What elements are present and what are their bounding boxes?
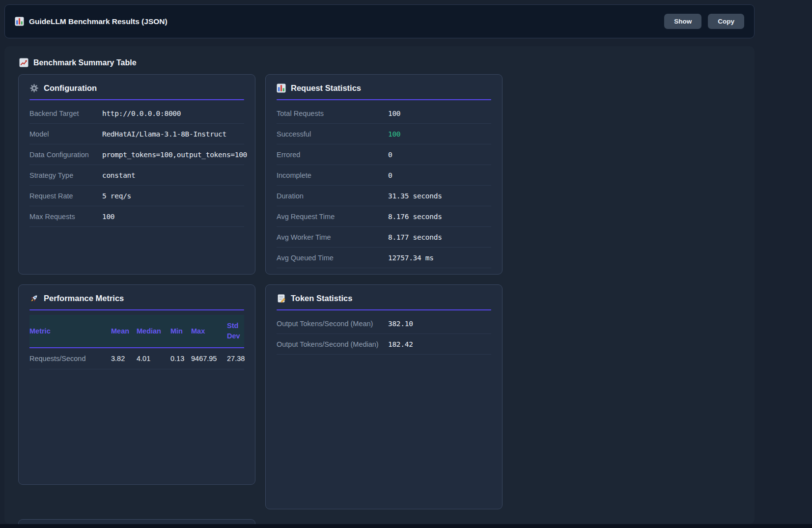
row-value: 100 [388,110,491,117]
column-header-median: Median [137,320,170,342]
table-row-requests-per-second: Requests/Second 3.82 4.01 0.13 9467.95 2… [29,348,244,369]
bar-chart-icon [15,17,24,26]
row-value: prompt_tokens=100,output_tokens=100 [102,151,247,159]
performance-metrics-table-header: Metric Mean Median Min Max Std Dev [29,315,244,348]
token-statistics-rows: Output Tokens/Second (Mean) 382.10 Outpu… [277,313,491,355]
row-label: Total Requests [277,110,388,117]
config-row-request-rate: Request Rate 5 req/s [29,186,244,206]
rocket-icon [29,294,39,303]
row-value: 182.42 [388,340,491,348]
section-heading: Benchmark Summary Table [19,58,745,67]
row-label: Backend Target [29,110,102,117]
row-label: Data Configuration [29,151,102,159]
row-value: 5 req/s [102,192,244,200]
stat-row-avg-worker-time: Avg Worker Time 8.177 seconds [277,227,491,248]
column-header-mean: Mean [111,320,137,342]
row-value: 100 [102,213,244,221]
cell-max: 9467.95 [191,355,227,362]
bar-chart-icon [277,83,286,93]
config-row-backend-target: Backend Target http://0.0.0.0:8000 [29,103,244,124]
stat-row-successful: Successful 100 [277,124,491,144]
config-row-strategy-type: Strategy Type constant [29,165,244,186]
column-header-std-dev: Std Dev [227,315,244,347]
request-statistics-card: Request Statistics Total Requests 100 Su… [265,74,503,275]
page-title-text: GuideLLM Benchmark Results (JSON) [29,17,168,26]
stat-row-total-requests: Total Requests 100 [277,103,491,124]
cell-mean: 3.82 [111,355,137,362]
gear-icon [29,83,39,93]
row-label: Model [29,130,102,138]
row-value: 0 [388,151,491,159]
configuration-card-title-text: Configuration [44,83,97,93]
row-label: Max Requests [29,213,102,221]
row-label: Duration [277,192,388,200]
cards-grid: Configuration Backend Target http://0.0.… [18,74,745,528]
configuration-card: Configuration Backend Target http://0.0.… [18,74,255,275]
token-statistics-card-title: Token Statistics [277,294,491,303]
row-value: http://0.0.0.0:8000 [102,110,244,117]
token-statistics-card: Token Statistics Output Tokens/Second (M… [265,284,503,509]
token-row-output-tokens-mean: Output Tokens/Second (Mean) 382.10 [277,313,491,334]
performance-metrics-card: Performance Metrics Metric Mean Median M… [18,284,255,485]
stat-row-incomplete: Incomplete 0 [277,165,491,186]
section-heading-text: Benchmark Summary Table [33,58,137,67]
configuration-card-title: Configuration [29,83,244,93]
row-value: RedHatAI/Llama-3.1-8B-Instruct [102,130,244,138]
row-value: 31.35 seconds [388,192,491,200]
row-label: Avg Queued Time [277,254,388,262]
column-header-metric: Metric [29,320,111,342]
row-label: Output Tokens/Second (Mean) [277,320,388,328]
row-label: Errored [277,151,388,159]
bottom-edge-strip [0,524,812,528]
row-label: Incomplete [277,171,388,179]
request-statistics-rows: Total Requests 100 Successful 100 Errore… [277,103,491,268]
request-statistics-card-title: Request Statistics [277,83,491,93]
row-label: Request Rate [29,192,102,200]
benchmark-summary-section: Benchmark Summary Table Configuration Ba… [4,46,755,524]
token-statistics-card-title-text: Token Statistics [291,294,352,303]
stat-row-avg-request-time: Avg Request Time 8.176 seconds [277,206,491,227]
row-value: 8.177 seconds [388,233,491,241]
row-label: Output Tokens/Second (Median) [277,340,388,348]
column-header-max: Max [191,320,227,342]
column-header-min: Min [170,320,191,342]
config-row-max-requests: Max Requests 100 [29,206,244,227]
accent-divider [29,309,244,310]
request-statistics-card-title-text: Request Statistics [291,83,361,93]
memo-icon [277,294,286,303]
row-label: Avg Worker Time [277,233,388,241]
row-label: Strategy Type [29,171,102,179]
cell-median: 4.01 [137,355,170,362]
cell-metric: Requests/Second [29,355,111,362]
header-actions: Show Copy [664,14,744,29]
accent-divider [277,309,491,310]
accent-divider [277,99,491,100]
stat-row-avg-queued-time: Avg Queued Time 12757.34 ms [277,248,491,268]
header-bar: GuideLLM Benchmark Results (JSON) Show C… [4,4,755,38]
token-row-output-tokens-median: Output Tokens/Second (Median) 182.42 [277,334,491,355]
stat-row-duration: Duration 31.35 seconds [277,186,491,206]
row-value: constant [102,171,244,179]
configuration-rows: Backend Target http://0.0.0.0:8000 Model… [29,103,244,227]
copy-button[interactable]: Copy [708,14,744,29]
performance-metrics-table: Metric Mean Median Min Max Std Dev Reque… [29,315,244,369]
row-value: 382.10 [388,320,491,328]
config-row-model: Model RedHatAI/Llama-3.1-8B-Instruct [29,124,244,144]
row-label: Successful [277,130,388,138]
config-row-data-configuration: Data Configuration prompt_tokens=100,out… [29,144,244,165]
row-label: Avg Request Time [277,213,388,221]
performance-metrics-card-title-text: Performance Metrics [44,294,124,303]
row-value: 0 [388,171,491,179]
stat-row-errored: Errored 0 [277,144,491,165]
performance-metrics-card-title: Performance Metrics [29,294,244,303]
row-value: 8.176 seconds [388,213,491,221]
accent-divider [29,99,244,100]
show-button[interactable]: Show [664,14,701,29]
chart-increasing-icon [19,58,28,67]
row-value-success: 100 [388,130,491,138]
row-value: 12757.34 ms [388,254,491,262]
page-title: GuideLLM Benchmark Results (JSON) [15,17,168,26]
cell-min: 0.13 [170,355,191,362]
cell-std-dev: 27.38 [227,355,247,362]
